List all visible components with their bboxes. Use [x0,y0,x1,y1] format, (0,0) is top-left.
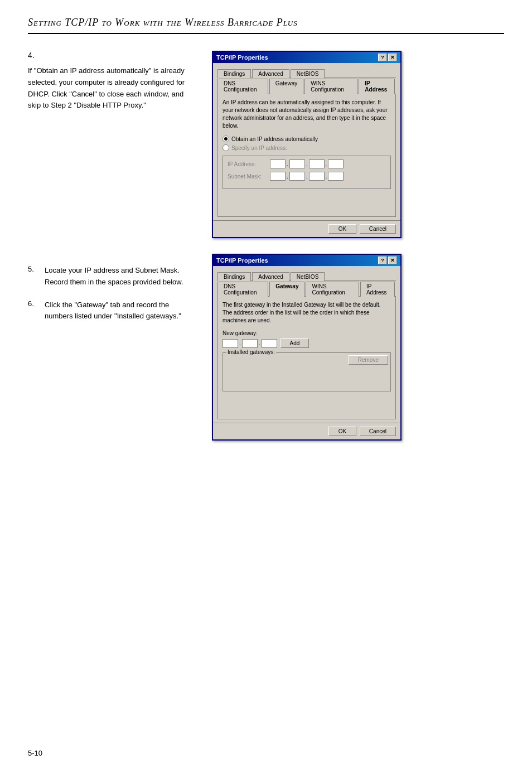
radio-obtain-label: Obtain an IP address automatically [231,136,318,142]
dialog2-titlebar: TCP/IP Properties ? ✕ [213,255,400,266]
step6: 6. Click the "Gateway" tab and record th… [28,299,195,323]
dialog2-footer: OK Cancel [213,423,400,439]
tab-dns[interactable]: DNS Configuration [217,79,268,94]
dialog1-ok-btn[interactable]: OK [328,224,356,234]
ip-label: IP Address: [228,161,267,167]
dialog1-close-btn[interactable]: ✕ [388,54,397,61]
dialog1-title: TCP/IP Properties [216,54,268,61]
ip-box-2[interactable] [289,159,305,168]
step4-section: 4. If "Obtain an IP address automaticall… [28,51,504,238]
page-title: Setting TCP/IP to Work with the Wireless… [28,17,504,34]
step5: 5. Locate your IP address and Subnet Mas… [28,265,195,288]
tab-bindings[interactable]: Bindings [217,69,251,78]
dialog1-help-btn[interactable]: ? [378,54,387,61]
new-gateway-label: New gateway: [223,330,391,336]
radio-obtain-icon [223,136,229,142]
d2-tab-wins[interactable]: WINS Configuration [306,282,359,297]
dialog2-tabs-row1: Bindings Advanced NetBIOS [217,272,396,281]
remove-btn[interactable]: Remove [349,355,388,365]
tcpip-dialog-2: TCP/IP Properties ? ✕ Bindings Advanced … [212,254,402,441]
dialog2-container: TCP/IP Properties ? ✕ Bindings Advanced … [212,254,504,441]
subnet-box-3[interactable] [309,172,325,181]
gw-input-boxes: . . [223,339,277,348]
d2-tab-dns[interactable]: DNS Configuration [217,282,268,297]
ip-address-field: IP Address: . . . [228,159,386,168]
d2-tab-netbios[interactable]: NetBIOS [291,272,325,281]
radio-obtain-auto[interactable]: Obtain an IP address automatically [223,136,391,142]
step4-left: 4. If "Obtain an IP address automaticall… [28,51,195,120]
step4-number: 4. [28,51,195,60]
subnet-box-4[interactable] [328,172,344,181]
radio-specify-icon [223,144,229,151]
add-btn[interactable]: Add [280,338,309,348]
installed-gateways-group: Installed gateways: Remove [223,352,391,391]
dialog2-close-btn[interactable]: ✕ [388,257,397,264]
d2-tab-gateway[interactable]: Gateway [269,282,304,297]
tab-ip-address[interactable]: IP Address [359,79,395,94]
dialog2-body: Bindings Advanced NetBIOS DNS Configurat… [213,266,400,423]
ip-box-1[interactable] [270,159,286,168]
step6-number: 6. [28,299,45,308]
d2-tab-bindings[interactable]: Bindings [217,272,251,281]
step4-if-text: If "Obtain an IP address automatically" … [28,65,195,112]
dialog2-description: The first gateway in the Installed Gatew… [223,301,391,325]
subnet-box-1[interactable] [270,172,286,181]
dialog1-body: Bindings Advanced NetBIOS DNS Configurat… [213,63,400,220]
subnet-box-2[interactable] [289,172,305,181]
dialog2-ok-btn[interactable]: OK [328,427,356,436]
dialog2-controls: ? ✕ [378,257,397,264]
gw-box-2[interactable] [242,339,258,348]
d2-tab-ip[interactable]: IP Address [360,282,395,297]
dialog2-help-btn[interactable]: ? [378,257,387,264]
page-number: 5-10 [28,749,42,757]
ip-box-4[interactable] [328,159,344,168]
dialog1-description: An IP address can be automatically assig… [223,99,391,130]
step5-text: Locate your IP address and Subnet Mask. … [45,265,195,288]
steps56-section: 5. Locate your IP address and Subnet Mas… [28,254,504,441]
installed-gateways-label: Installed gateways: [226,349,276,355]
d2-tab-advanced[interactable]: Advanced [252,272,289,281]
dialog2-cancel-btn[interactable]: Cancel [360,427,396,436]
dialog2-tabs-row2: DNS Configuration Gateway WINS Configura… [217,281,396,297]
tab-gateway[interactable]: Gateway [269,79,303,94]
tab-wins[interactable]: WINS Configuration [304,79,357,94]
tcpip-dialog-1: TCP/IP Properties ? ✕ Bindings Advanced … [212,51,402,238]
dialog1-tabs: Bindings Advanced NetBIOS DNS Configurat… [217,66,396,217]
subnet-input-boxes: . . . [270,172,344,181]
new-gateway-row: . . Add [223,338,391,348]
step6-text: Click the "Gateway" tab and record the n… [45,299,195,323]
ip-input-boxes: . . . [270,159,344,168]
step5-number: 5. [28,265,45,273]
gw-box-3[interactable] [262,339,277,348]
dialog1-radio-group: Obtain an IP address automatically Speci… [223,136,391,151]
dialog2-tab-content: The first gateway in the Installed Gatew… [217,297,396,419]
dialog1-titlebar: TCP/IP Properties ? ✕ [213,52,400,63]
installed-content: Remove [225,355,388,389]
tab-netbios[interactable]: NetBIOS [291,69,325,78]
dialog1-container: TCP/IP Properties ? ✕ Bindings Advanced … [212,51,504,238]
radio-specify-label: Specify an IP address: [231,145,287,151]
specify-ip-group: IP Address: . . . [223,156,391,189]
radio-specify[interactable]: Specify an IP address: [223,144,391,151]
dialog2-title: TCP/IP Properties [216,257,268,264]
dialog2-tabs: Bindings Advanced NetBIOS DNS Configurat… [217,269,396,419]
gw-box-1[interactable] [223,339,238,348]
dialog1-footer: OK Cancel [213,220,400,237]
dialog1-tabs-row2: DNS Configuration Gateway WINS Configura… [217,78,396,94]
sub-steps: 5. Locate your IP address and Subnet Mas… [28,265,195,322]
subnet-label: Subnet Mask: [228,173,267,180]
dialog1-tab-content: An IP address can be automatically assig… [217,94,396,217]
ip-box-3[interactable] [309,159,325,168]
tab-advanced[interactable]: Advanced [252,69,289,78]
dialog1-cancel-btn[interactable]: Cancel [360,224,396,234]
steps56-left: 5. Locate your IP address and Subnet Mas… [28,254,195,331]
dialog1-controls: ? ✕ [378,54,397,61]
dialog1-tabs-row1: Bindings Advanced NetBIOS [217,69,396,78]
subnet-mask-field: Subnet Mask: . . . [228,172,386,181]
